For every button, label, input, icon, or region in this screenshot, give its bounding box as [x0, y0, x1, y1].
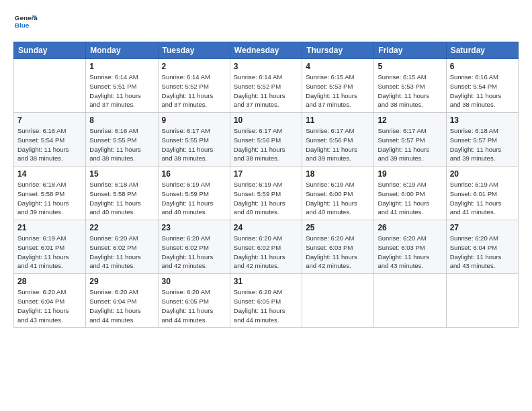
calendar-cell: 19Sunrise: 6:19 AMSunset: 6:00 PMDayligh…	[374, 167, 446, 220]
day-number: 24	[234, 223, 298, 232]
day-number: 3	[234, 62, 298, 71]
calendar-cell: 14Sunrise: 6:18 AMSunset: 5:58 PMDayligh…	[14, 167, 86, 220]
day-number: 11	[306, 116, 370, 125]
day-info: Sunrise: 6:19 AMSunset: 6:00 PMDaylight:…	[378, 180, 442, 217]
day-number: 31	[234, 277, 298, 286]
calendar-cell: 16Sunrise: 6:19 AMSunset: 5:59 PMDayligh…	[158, 167, 230, 220]
calendar-cell: 29Sunrise: 6:20 AMSunset: 6:04 PMDayligh…	[86, 274, 158, 328]
header: General Blue	[13, 11, 519, 35]
page: General Blue SundayMondayTuesdayWednesda…	[0, 0, 532, 411]
calendar-cell: 25Sunrise: 6:20 AMSunset: 6:03 PMDayligh…	[302, 220, 374, 274]
calendar-cell	[14, 59, 86, 113]
logo: General Blue	[13, 11, 38, 35]
day-number: 6	[450, 62, 515, 71]
day-number: 26	[378, 223, 442, 232]
day-info: Sunrise: 6:20 AMSunset: 6:02 PMDaylight:…	[234, 234, 298, 271]
day-info: Sunrise: 6:19 AMSunset: 6:01 PMDaylight:…	[17, 234, 82, 271]
day-info: Sunrise: 6:18 AMSunset: 5:58 PMDaylight:…	[89, 180, 154, 217]
day-info: Sunrise: 6:19 AMSunset: 6:01 PMDaylight:…	[450, 180, 515, 217]
calendar-header-wednesday: Wednesday	[230, 42, 302, 59]
calendar-header-thursday: Thursday	[302, 42, 374, 59]
day-number: 2	[162, 62, 226, 71]
calendar-cell: 17Sunrise: 6:19 AMSunset: 5:59 PMDayligh…	[230, 167, 302, 220]
day-info: Sunrise: 6:20 AMSunset: 6:02 PMDaylight:…	[89, 234, 154, 271]
day-number: 17	[234, 169, 298, 179]
day-number: 25	[306, 223, 370, 232]
day-info: Sunrise: 6:16 AMSunset: 5:54 PMDaylight:…	[450, 73, 515, 109]
day-info: Sunrise: 6:20 AMSunset: 6:02 PMDaylight:…	[162, 234, 226, 271]
day-number: 23	[162, 223, 226, 232]
calendar-week-4: 21Sunrise: 6:19 AMSunset: 6:01 PMDayligh…	[14, 220, 519, 274]
svg-text:Blue: Blue	[15, 21, 30, 29]
day-number: 18	[306, 169, 370, 179]
day-number: 9	[162, 116, 226, 125]
day-info: Sunrise: 6:20 AMSunset: 6:04 PMDaylight:…	[89, 287, 154, 324]
calendar-week-1: 1Sunrise: 6:14 AMSunset: 5:51 PMDaylight…	[14, 59, 519, 113]
calendar-cell: 12Sunrise: 6:17 AMSunset: 5:57 PMDayligh…	[374, 113, 446, 167]
calendar-cell: 1Sunrise: 6:14 AMSunset: 5:51 PMDaylight…	[86, 59, 158, 113]
calendar-cell: 21Sunrise: 6:19 AMSunset: 6:01 PMDayligh…	[14, 220, 86, 274]
day-info: Sunrise: 6:20 AMSunset: 6:04 PMDaylight:…	[17, 287, 82, 324]
day-info: Sunrise: 6:20 AMSunset: 6:05 PMDaylight:…	[234, 287, 298, 324]
calendar-week-2: 7Sunrise: 6:16 AMSunset: 5:54 PMDaylight…	[14, 113, 519, 167]
calendar-week-5: 28Sunrise: 6:20 AMSunset: 6:04 PMDayligh…	[14, 274, 519, 328]
day-number: 13	[450, 116, 515, 125]
day-info: Sunrise: 6:19 AMSunset: 5:59 PMDaylight:…	[162, 180, 226, 217]
calendar-cell: 9Sunrise: 6:17 AMSunset: 5:55 PMDaylight…	[158, 113, 230, 167]
day-number: 7	[17, 116, 82, 125]
day-number: 27	[450, 223, 515, 232]
day-number: 22	[89, 223, 154, 232]
day-number: 4	[306, 62, 370, 71]
logo-icon: General Blue	[13, 11, 38, 35]
calendar-cell: 11Sunrise: 6:17 AMSunset: 5:56 PMDayligh…	[302, 113, 374, 167]
calendar-header-monday: Monday	[86, 42, 158, 59]
day-info: Sunrise: 6:18 AMSunset: 5:58 PMDaylight:…	[17, 180, 82, 217]
calendar-cell: 7Sunrise: 6:16 AMSunset: 5:54 PMDaylight…	[14, 113, 86, 167]
calendar-header-tuesday: Tuesday	[158, 42, 230, 59]
day-number: 15	[89, 169, 154, 179]
day-info: Sunrise: 6:17 AMSunset: 5:57 PMDaylight:…	[378, 126, 442, 163]
day-number: 14	[17, 169, 82, 179]
calendar-header-friday: Friday	[374, 42, 446, 59]
day-number: 1	[89, 62, 154, 71]
calendar-cell: 4Sunrise: 6:15 AMSunset: 5:53 PMDaylight…	[302, 59, 374, 113]
calendar-cell: 26Sunrise: 6:20 AMSunset: 6:03 PMDayligh…	[374, 220, 446, 274]
day-info: Sunrise: 6:20 AMSunset: 6:05 PMDaylight:…	[162, 287, 226, 324]
day-info: Sunrise: 6:14 AMSunset: 5:52 PMDaylight:…	[234, 73, 298, 109]
day-info: Sunrise: 6:18 AMSunset: 5:57 PMDaylight:…	[450, 126, 515, 163]
day-info: Sunrise: 6:17 AMSunset: 5:56 PMDaylight:…	[306, 126, 370, 163]
calendar-cell: 23Sunrise: 6:20 AMSunset: 6:02 PMDayligh…	[158, 220, 230, 274]
day-info: Sunrise: 6:14 AMSunset: 5:52 PMDaylight:…	[162, 73, 226, 109]
calendar-cell: 13Sunrise: 6:18 AMSunset: 5:57 PMDayligh…	[446, 113, 518, 167]
day-number: 8	[89, 116, 154, 125]
calendar-cell: 24Sunrise: 6:20 AMSunset: 6:02 PMDayligh…	[230, 220, 302, 274]
calendar: SundayMondayTuesdayWednesdayThursdayFrid…	[13, 42, 519, 328]
calendar-cell: 2Sunrise: 6:14 AMSunset: 5:52 PMDaylight…	[158, 59, 230, 113]
day-info: Sunrise: 6:17 AMSunset: 5:56 PMDaylight:…	[234, 126, 298, 163]
calendar-cell: 3Sunrise: 6:14 AMSunset: 5:52 PMDaylight…	[230, 59, 302, 113]
day-info: Sunrise: 6:17 AMSunset: 5:55 PMDaylight:…	[162, 126, 226, 163]
calendar-cell: 10Sunrise: 6:17 AMSunset: 5:56 PMDayligh…	[230, 113, 302, 167]
calendar-cell: 30Sunrise: 6:20 AMSunset: 6:05 PMDayligh…	[158, 274, 230, 328]
day-number: 10	[234, 116, 298, 125]
calendar-week-3: 14Sunrise: 6:18 AMSunset: 5:58 PMDayligh…	[14, 167, 519, 220]
calendar-cell: 6Sunrise: 6:16 AMSunset: 5:54 PMDaylight…	[446, 59, 518, 113]
day-info: Sunrise: 6:15 AMSunset: 5:53 PMDaylight:…	[378, 73, 442, 109]
day-info: Sunrise: 6:19 AMSunset: 5:59 PMDaylight:…	[234, 180, 298, 217]
calendar-header-sunday: Sunday	[14, 42, 86, 59]
calendar-cell	[446, 274, 518, 328]
day-number: 29	[89, 277, 154, 286]
calendar-cell: 18Sunrise: 6:19 AMSunset: 6:00 PMDayligh…	[302, 167, 374, 220]
day-number: 30	[162, 277, 226, 286]
day-number: 5	[378, 62, 442, 71]
day-info: Sunrise: 6:16 AMSunset: 5:54 PMDaylight:…	[17, 126, 82, 163]
calendar-cell	[374, 274, 446, 328]
calendar-header-saturday: Saturday	[446, 42, 518, 59]
svg-text:General: General	[15, 14, 38, 21]
day-info: Sunrise: 6:20 AMSunset: 6:04 PMDaylight:…	[450, 234, 515, 271]
calendar-cell	[302, 274, 374, 328]
day-number: 20	[450, 169, 515, 179]
day-info: Sunrise: 6:15 AMSunset: 5:53 PMDaylight:…	[306, 73, 370, 109]
calendar-cell: 22Sunrise: 6:20 AMSunset: 6:02 PMDayligh…	[86, 220, 158, 274]
calendar-cell: 5Sunrise: 6:15 AMSunset: 5:53 PMDaylight…	[374, 59, 446, 113]
